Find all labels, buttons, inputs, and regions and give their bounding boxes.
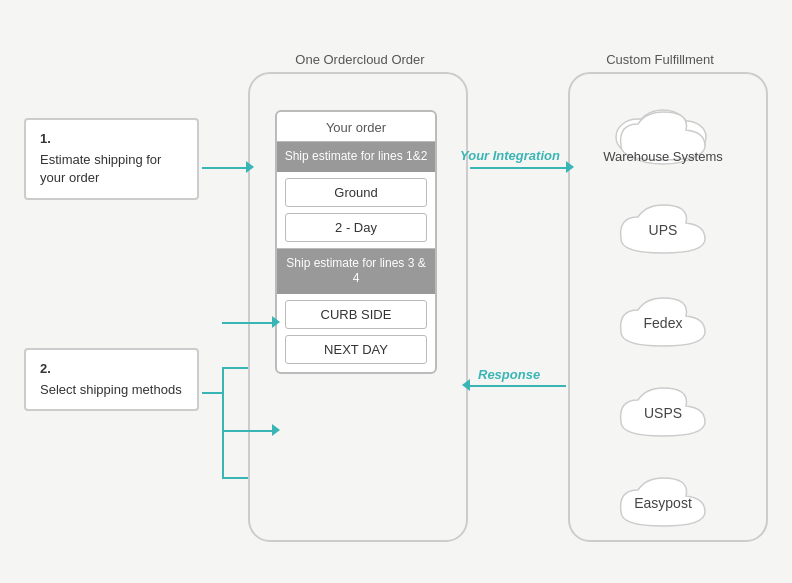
ship-option-nextday: NEXT DAY — [285, 335, 427, 364]
cloud-easypost: Easypost — [578, 468, 748, 511]
cloud-fedex-label: Fedex — [644, 315, 683, 331]
ship-option-curbside: CURB SIDE — [285, 300, 427, 329]
ship-group-1-header: Ship estimate for lines 1&2 — [277, 142, 435, 172]
ship-group-2-header: Ship estimate for lines 3 & 4 — [277, 249, 435, 294]
cloud-usps: USPS — [578, 378, 748, 421]
arrowhead-step1 — [246, 161, 254, 173]
cloud-warehouse-label: Warehouse Systems — [603, 149, 722, 166]
ship-option-ground: Ground — [285, 178, 427, 207]
cloud-ups: UPS — [578, 195, 748, 238]
ship-option-2day: 2 - Day — [285, 213, 427, 242]
cloud-fedex: Fedex — [578, 288, 748, 331]
ship-group-2: Ship estimate for lines 3 & 4 CURB SIDE … — [277, 249, 435, 364]
arrowhead-integration — [566, 161, 574, 173]
brace-to-upper-group — [222, 322, 276, 324]
order-card: Your order Ship estimate for lines 1&2 G… — [275, 110, 437, 374]
step-2-text: Select shipping methods — [40, 382, 182, 397]
response-label: Response — [478, 367, 540, 382]
brace-vertical — [222, 367, 224, 477]
arrow-step1-to-panel — [202, 167, 250, 169]
step-2-box: 2. Select shipping methods — [24, 348, 199, 411]
arrow-panel-to-cf — [470, 167, 570, 169]
arrow-response — [470, 385, 566, 387]
diagram-container: One Ordercloud Order Custom Fulfillment … — [0, 0, 792, 583]
section-header-ordercloud: One Ordercloud Order — [260, 52, 460, 67]
step-1-number: 1. — [40, 130, 183, 148]
ship-group-1: Ship estimate for lines 1&2 Ground 2 - D… — [277, 142, 435, 242]
your-integration-label: Your Integration — [460, 148, 560, 163]
brace-to-lower-group — [222, 430, 276, 432]
step-1-box: 1. Estimate shipping for your order — [24, 118, 199, 200]
brace-bottom-h — [222, 477, 248, 479]
step-2-number: 2. — [40, 360, 183, 378]
cloud-ups-label: UPS — [649, 222, 678, 238]
arrowhead-lower-group — [272, 424, 280, 436]
order-card-title: Your order — [277, 112, 435, 142]
arrowhead-upper-group — [272, 316, 280, 328]
cloud-easypost-label: Easypost — [634, 495, 692, 511]
arrow-step2-horizontal — [202, 392, 222, 394]
section-header-fulfillment: Custom Fulfillment — [580, 52, 740, 67]
cloud-usps-label: USPS — [644, 405, 682, 421]
cloud-warehouse: Warehouse Systems — [578, 102, 748, 166]
arrowhead-response — [462, 379, 470, 391]
brace-top-h — [222, 367, 248, 369]
step-1-text: Estimate shipping for your order — [40, 152, 161, 185]
